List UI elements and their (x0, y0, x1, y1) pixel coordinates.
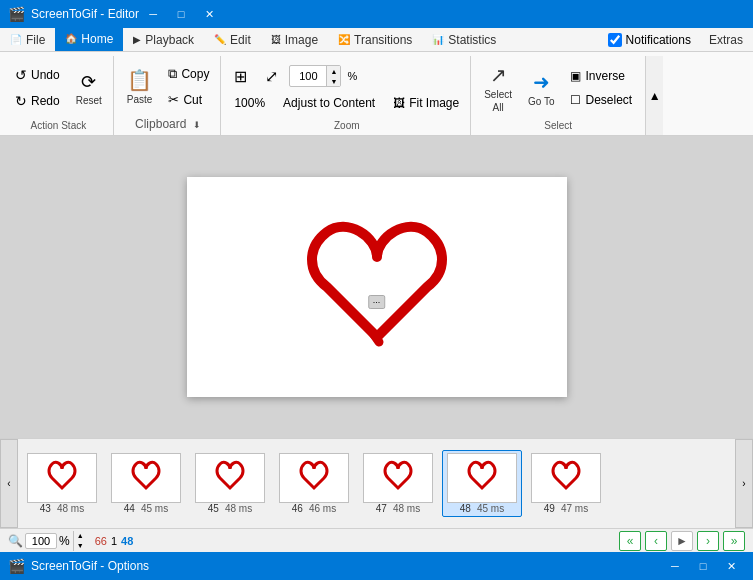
frame-47[interactable]: 47 48 ms (358, 450, 438, 517)
actionstack-label: Action Stack (8, 118, 109, 133)
frame-49-ms: 47 ms (561, 503, 588, 514)
transitions-icon: 🔀 (338, 34, 350, 45)
copy-button[interactable]: ⧉ Copy (161, 62, 216, 86)
ribbon: ↺ Undo ↻ Redo ⟳ Reset Action Stack (0, 52, 753, 136)
frame-44-num: 44 (124, 503, 135, 514)
frame-44-ms: 45 ms (141, 503, 168, 514)
frame-45-ms: 48 ms (225, 503, 252, 514)
redo-button[interactable]: ↻ Redo (8, 89, 67, 113)
ribbon-group-select: ↗ Select All ➜ Go To ▣ Inverse ☐ Deselec… (473, 56, 643, 135)
frame-48-ms: 45 ms (477, 503, 504, 514)
clipboard-buttons: 📋 Paste ⧉ Copy ✂ Cut (120, 58, 217, 115)
filmstrip: ‹ 43 48 ms 44 45 ms 45 (0, 438, 753, 528)
nav-play-button[interactable]: ► (671, 531, 693, 551)
frame-43-num: 43 (40, 503, 51, 514)
inverse-button[interactable]: ▣ Inverse (563, 65, 639, 87)
frame-44[interactable]: 44 45 ms (106, 450, 186, 517)
menu-statistics[interactable]: 📊 Statistics (422, 28, 506, 51)
image-icon: 🖼 (271, 34, 281, 45)
nav-prev-button[interactable]: ‹ (645, 531, 667, 551)
options-minimize-button[interactable]: ─ (661, 552, 689, 580)
menu-extras[interactable]: Extras (699, 33, 753, 47)
frame-43-thumb (27, 453, 97, 503)
frame-49[interactable]: 49 47 ms (526, 450, 606, 517)
nav-last-button[interactable]: » (723, 531, 745, 551)
menu-bar: 📄 File 🏠 Home ▶ Playback ✏️ Edit 🖼 Image… (0, 28, 753, 52)
options-app-icon: 🎬 (8, 558, 25, 574)
filmstrip-prev-button[interactable]: ‹ (0, 439, 18, 528)
cut-button[interactable]: ✂ Cut (161, 88, 216, 111)
goto-button[interactable]: ➜ Go To (521, 65, 562, 112)
menu-image[interactable]: 🖼 Image (261, 28, 328, 51)
frame-49-num: 49 (544, 503, 555, 514)
menu-home[interactable]: 🏠 Home (55, 28, 123, 51)
frame-43[interactable]: 43 48 ms (22, 450, 102, 517)
maximize-button[interactable]: □ (167, 0, 195, 28)
status-zoom-down[interactable]: ▼ (73, 541, 87, 551)
title-bar-options: 🎬 ScreenToGif - Options ─ □ ✕ (0, 552, 753, 580)
ribbon-collapse-button[interactable]: ▲ (645, 56, 663, 135)
app-icon: 🎬 (8, 6, 25, 22)
frame-45[interactable]: 45 48 ms (190, 450, 270, 517)
frame-48[interactable]: 48 45 ms (442, 450, 522, 517)
frame-total: 48 (121, 535, 133, 547)
zoom-fit-icon-btn[interactable]: ⊞ (227, 63, 254, 90)
menu-transitions[interactable]: 🔀 Transitions (328, 28, 422, 51)
options-maximize-button[interactable]: □ (689, 552, 717, 580)
select-buttons: ↗ Select All ➜ Go To ▣ Inverse ☐ Deselec… (477, 58, 639, 118)
menu-right: Notifications Extras (600, 33, 753, 47)
status-zoom-up[interactable]: ▲ (73, 531, 87, 541)
zoom-input[interactable] (290, 69, 326, 83)
menu-edit[interactable]: ✏️ Edit (204, 28, 261, 51)
frame-48-num: 48 (460, 503, 471, 514)
menu-playback[interactable]: ▶ Playback (123, 28, 204, 51)
zoom-adjust-icon: ⤢ (265, 67, 278, 86)
nav-next-button[interactable]: › (697, 531, 719, 551)
clipboard-expand-icon[interactable]: ⬇ (193, 120, 201, 130)
edit-icon: ✏️ (214, 34, 226, 45)
minimize-button[interactable]: ─ (139, 0, 167, 28)
adjust-to-content-button[interactable]: Adjust to Content (276, 92, 382, 114)
zoom-down-button[interactable]: ▼ (326, 76, 340, 86)
options-title-text: ScreenToGif - Options (31, 559, 149, 573)
reset-button[interactable]: ⟳ Reset (69, 66, 109, 111)
undo-button[interactable]: ↺ Undo (8, 63, 67, 87)
zoom-fit-icon: ⊞ (234, 67, 247, 86)
close-button[interactable]: ✕ (195, 0, 223, 28)
frame-44-thumb (111, 453, 181, 503)
deselect-button[interactable]: ☐ Deselect (563, 89, 639, 111)
options-window-controls: ─ □ ✕ (661, 552, 745, 580)
reset-icon: ⟳ (81, 71, 96, 93)
status-zoom-pct: % (59, 534, 70, 548)
cut-icon: ✂ (168, 92, 179, 107)
deselect-icon: ☐ (570, 93, 581, 107)
nav-first-button[interactable]: « (619, 531, 641, 551)
menu-file[interactable]: 📄 File (0, 28, 55, 51)
redo-icon: ↻ (15, 93, 27, 109)
fit-image-button[interactable]: 🖼 Fit Image (386, 92, 466, 114)
select-all-button[interactable]: ↗ Select All (477, 58, 519, 118)
home-icon: 🏠 (65, 33, 77, 44)
zoom100-button[interactable]: 100% (227, 92, 272, 114)
zoom-adjust-icon-btn[interactable]: ⤢ (258, 63, 285, 90)
inverse-deselect-stack: ▣ Inverse ☐ Deselect (563, 65, 639, 111)
filmstrip-items: 43 48 ms 44 45 ms 45 48 ms (18, 446, 735, 521)
undo-redo-stack: ↺ Undo ↻ Redo (8, 63, 67, 113)
notifications-checkbox[interactable] (608, 33, 622, 47)
frame-47-thumb (363, 453, 433, 503)
frame-current: 66 (95, 535, 107, 547)
select-icon: ↗ (490, 63, 507, 87)
frame-46[interactable]: 46 46 ms (274, 450, 354, 517)
playback-icon: ▶ (133, 34, 141, 45)
paste-button[interactable]: 📋 Paste (120, 63, 160, 110)
paste-icon: 📋 (127, 68, 152, 92)
options-close-button[interactable]: ✕ (717, 552, 745, 580)
undo-icon: ↺ (15, 67, 27, 83)
inverse-icon: ▣ (570, 69, 581, 83)
status-zoom-input[interactable] (25, 533, 57, 549)
frame-47-ms: 48 ms (393, 503, 420, 514)
filmstrip-next-button[interactable]: › (735, 439, 753, 528)
notifications-toggle[interactable]: Notifications (600, 33, 699, 47)
playback-controls: « ‹ ► › » (619, 531, 745, 551)
zoom-up-button[interactable]: ▲ (326, 66, 340, 76)
